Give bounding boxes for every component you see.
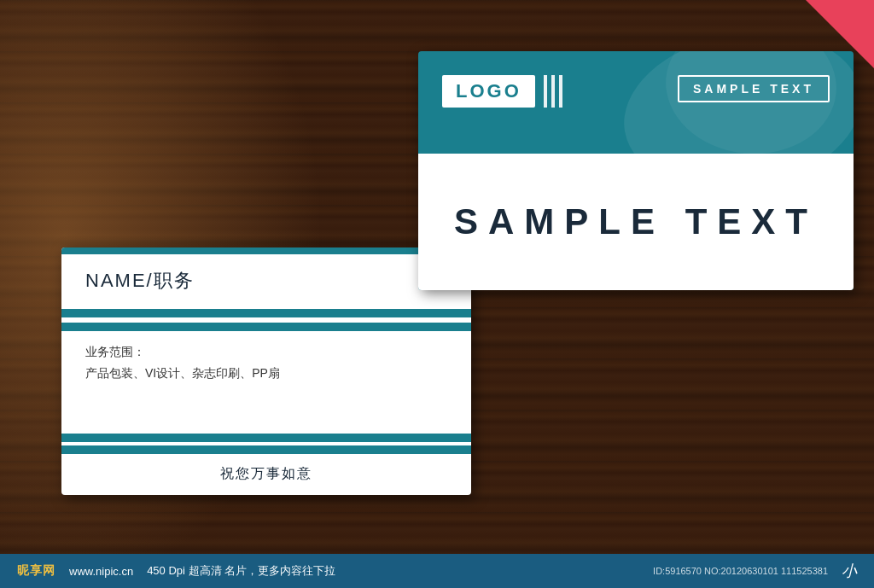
top-stripe (61, 247, 471, 254)
business-card-front: LOGO SAMPLE TEXT SAMPLE TEXT (418, 51, 854, 290)
sample-text-main-area: SAMPLE TEXT (418, 154, 854, 290)
decorative-lines (544, 75, 562, 108)
signature: 小 (842, 561, 857, 581)
sample-text-small: SAMPLE TEXT (678, 75, 830, 102)
id-info: ID:5916570 NO:20120630101 111525381 (653, 566, 828, 576)
bottom-stripe2 (61, 434, 471, 442)
name-title: NAME/职务 (85, 268, 195, 294)
corner-ribbon (806, 0, 874, 68)
bottom-bar: 昵享网 www.nipic.cn 450 Dpi 超高清 名片，更多内容往下拉 … (0, 554, 874, 588)
separator-stripe1 (61, 309, 471, 317)
business-scope: 业务范围： 产品包装、VI设计、杂志印刷、PP扇 (85, 341, 447, 384)
business-card-back: NAME/职务 业务范围： 产品包装、VI设计、杂志印刷、PP扇 祝您万事如意 (61, 247, 471, 495)
scope-items: 产品包装、VI设计、杂志印刷、PP扇 (85, 366, 280, 380)
line3 (559, 75, 562, 108)
line2 (551, 75, 555, 108)
sample-text-main: SAMPLE TEXT (454, 201, 818, 242)
separator-stripe2 (61, 323, 471, 331)
logo-area: LOGO (442, 75, 562, 108)
site-url: www.nipic.cn (69, 565, 133, 578)
site-logo: 昵享网 (17, 563, 55, 579)
card-content-area: 业务范围： 产品包装、VI设计、杂志印刷、PP扇 (85, 341, 447, 384)
wish-text: 祝您万事如意 (61, 465, 471, 483)
logo-label: LOGO (442, 75, 535, 108)
description-text: 450 Dpi 超高清 名片，更多内容往下拉 (147, 563, 639, 579)
line1 (544, 75, 547, 108)
bottom-stripe1 (61, 445, 471, 454)
scope-label: 业务范围： (85, 345, 145, 358)
